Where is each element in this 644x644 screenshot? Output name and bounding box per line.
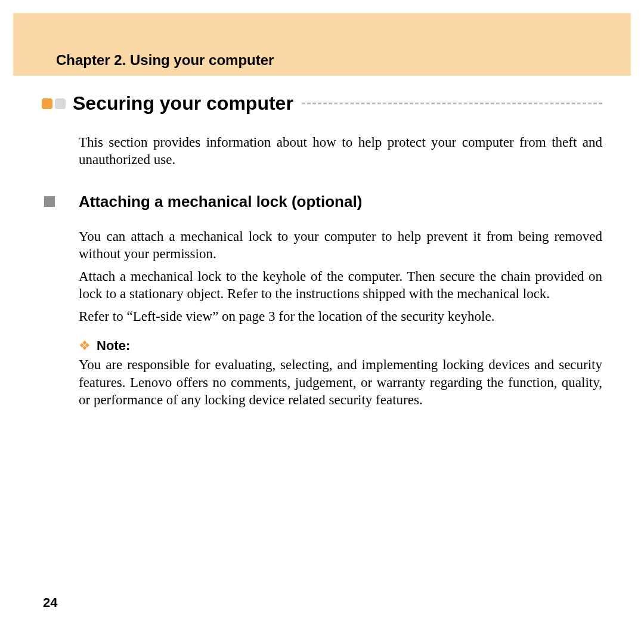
- paragraph: You are responsible for evaluating, sele…: [79, 356, 602, 408]
- subsection-heading: Attaching a mechanical lock (optional): [42, 193, 602, 211]
- paragraph: Attach a mechanical lock to the keyhole …: [79, 268, 602, 303]
- section-heading: Securing your computer: [42, 92, 602, 114]
- content-area: Securing your computer This section prov…: [42, 92, 602, 413]
- note-label: Note:: [97, 338, 130, 354]
- subsection-title: Attaching a mechanical lock (optional): [79, 193, 362, 211]
- manual-page: Chapter 2. Using your computer Securing …: [0, 0, 644, 644]
- diamond-bullet-icon: ❖: [79, 339, 91, 352]
- body-text: You can attach a mechanical lock to your…: [79, 228, 602, 325]
- header-band: Chapter 2. Using your computer: [13, 13, 631, 76]
- chapter-title: Chapter 2. Using your computer: [56, 52, 274, 69]
- heading-dash-line: [302, 103, 602, 104]
- bullet-square-orange-icon: [42, 98, 52, 109]
- note-heading: ❖ Note:: [79, 338, 602, 354]
- bullet-square-dark-icon: [44, 196, 55, 207]
- page-number: 24: [43, 595, 57, 611]
- intro-paragraph: This section provides information about …: [79, 134, 602, 169]
- bullet-square-grey-icon: [55, 98, 66, 109]
- paragraph: You can attach a mechanical lock to your…: [79, 228, 602, 263]
- note-body: You are responsible for evaluating, sele…: [79, 356, 602, 408]
- paragraph: Refer to “Left-side view” on page 3 for …: [79, 308, 602, 325]
- section-title: Securing your computer: [73, 92, 293, 114]
